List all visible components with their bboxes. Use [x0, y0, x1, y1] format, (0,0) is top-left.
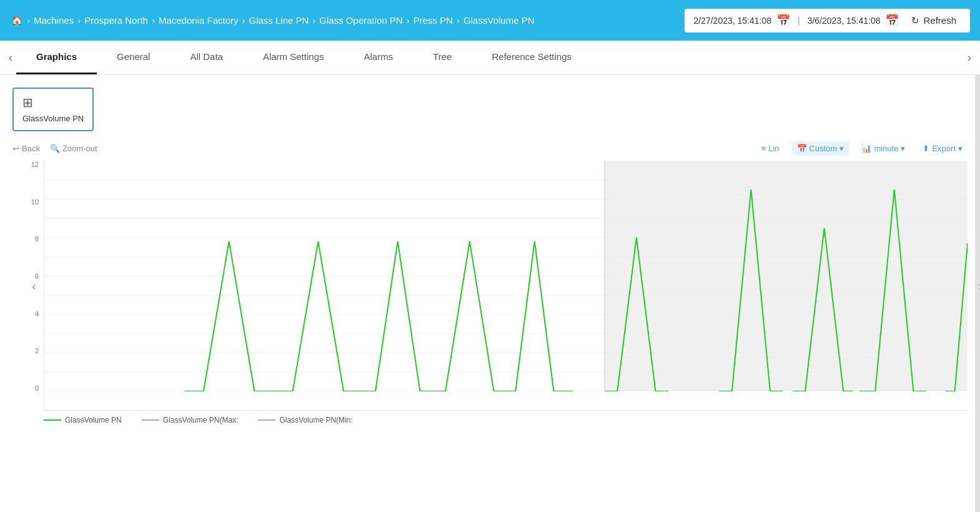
breadcrumb-prospera[interactable]: Prospera North: [84, 15, 148, 26]
refresh-icon: ↻: [911, 15, 919, 26]
export-dropdown-icon: ▾: [958, 144, 963, 153]
chart-legend: GlassVolume PN GlassVolume PN(Max: Glass…: [12, 416, 968, 424]
chart-svg: 13:20 13:25 13:30 13:35 13:40 13:45 13:5…: [44, 161, 968, 391]
tab-graphics[interactable]: Graphics: [16, 41, 97, 74]
tab-scroll-right[interactable]: ›: [964, 51, 975, 64]
tab-reference-settings[interactable]: Reference Settings: [472, 41, 591, 74]
zoom-out-button[interactable]: 🔍 Zoom-out: [50, 144, 97, 153]
right-scrollbar[interactable]: [975, 75, 980, 512]
breadcrumb-glassline[interactable]: Glass Line PN: [249, 15, 309, 26]
y-label-12: 12: [31, 161, 39, 168]
date-start[interactable]: 2/27/2023, 15:41:08 📅: [693, 14, 790, 28]
calendar-start-icon[interactable]: 📅: [776, 14, 790, 28]
minute-label: minute: [874, 144, 898, 153]
legend-line-main: [44, 419, 61, 421]
export-button[interactable]: ⬆ Export ▾: [918, 141, 968, 156]
date-end[interactable]: 3/6/2023, 15:41:08 📅: [808, 14, 899, 28]
home-icon[interactable]: 🏠: [11, 15, 23, 26]
tabs-list: Graphics General All Data Alarm Settings…: [16, 41, 964, 74]
tab-general[interactable]: General: [97, 41, 170, 74]
custom-label: Custom: [809, 144, 838, 153]
tab-alarms[interactable]: Alarms: [344, 41, 413, 74]
breadcrumb-glassvolume[interactable]: GlassVolume PN: [463, 15, 534, 26]
minute-button[interactable]: 📊 minute ▾: [856, 141, 910, 156]
y-label-8: 8: [35, 235, 39, 243]
lin-label: Lin: [768, 144, 779, 153]
legend-item-min: GlassVolume PN(Min:: [258, 416, 352, 424]
custom-icon: 📅: [797, 144, 807, 153]
legend-label-min: GlassVolume PN(Min:: [279, 416, 352, 424]
legend-line-min: [258, 419, 275, 421]
custom-dropdown-icon: ▾: [839, 144, 844, 153]
export-label: Export: [932, 144, 956, 153]
legend-item-main: GlassVolume PN: [44, 416, 122, 424]
y-label-10: 10: [31, 198, 39, 206]
custom-button[interactable]: 📅 Custom ▾: [792, 141, 849, 156]
glassvolume-icon: ⊞: [22, 95, 84, 110]
zoom-out-icon: 🔍: [50, 144, 60, 153]
date-start-value: 2/27/2023, 15:41:08: [693, 16, 771, 26]
export-icon: ⬆: [923, 144, 929, 153]
y-label-2: 2: [35, 347, 39, 354]
breadcrumb: 🏠 › Machines › Prospera North › Macedoni…: [10, 15, 685, 26]
date-end-value: 3/6/2023, 15:41:08: [808, 16, 881, 26]
back-label: Back: [22, 144, 40, 153]
tab-tree[interactable]: Tree: [413, 41, 472, 74]
glassvolume-box: ⊞ GlassVolume PN: [12, 88, 94, 131]
minute-icon: 📊: [861, 144, 871, 153]
refresh-label: Refresh: [923, 15, 956, 26]
refresh-button[interactable]: ↻ Refresh: [906, 13, 961, 29]
tab-scroll-left[interactable]: ‹: [5, 51, 16, 64]
legend-line-max: [142, 419, 159, 421]
legend-label-max: GlassVolume PN(Max:: [163, 416, 239, 424]
chart-controls: ↩ Back 🔍 Zoom-out ≡ Lin 📅 Custom ▾ 📊 min…: [12, 141, 968, 156]
zoom-out-label: Zoom-out: [62, 144, 97, 153]
back-icon: ↩: [12, 144, 19, 153]
breadcrumb-press[interactable]: Press PN: [413, 15, 453, 26]
main-content: ⊞ GlassVolume PN ↩ Back 🔍 Zoom-out ≡ Lin…: [0, 75, 980, 512]
chart-nav-left[interactable]: ‹: [32, 278, 36, 293]
legend-label-main: GlassVolume PN: [65, 416, 122, 424]
chart-area[interactable]: ‹ ›: [44, 161, 968, 411]
date-range: 2/27/2023, 15:41:08 📅 | 3/6/2023, 15:41:…: [685, 9, 970, 33]
glassvolume-label: GlassVolume PN: [22, 114, 84, 123]
minute-dropdown-icon: ▾: [901, 144, 905, 153]
tab-alldata[interactable]: All Data: [170, 41, 243, 74]
chart-controls-left: ↩ Back 🔍 Zoom-out: [12, 144, 97, 153]
back-button[interactable]: ↩ Back: [12, 144, 40, 153]
legend-item-max: GlassVolume PN(Max:: [142, 416, 239, 424]
lin-button[interactable]: ≡ Lin: [756, 141, 784, 156]
calendar-end-icon[interactable]: 📅: [885, 14, 899, 28]
chart-wrapper: 12 10 8 6 4 2 0 ‹ ›: [12, 161, 968, 411]
breadcrumb-machines[interactable]: Machines: [34, 15, 74, 26]
y-label-0: 0: [35, 384, 39, 392]
breadcrumb-factory[interactable]: Macedonia Factory: [159, 15, 239, 26]
tabs-container: ‹ Graphics General All Data Alarm Settin…: [0, 41, 980, 75]
y-label-4: 4: [35, 310, 39, 318]
chart-controls-right: ≡ Lin 📅 Custom ▾ 📊 minute ▾ ⬆ Export ▾: [756, 141, 968, 156]
breadcrumb-glassop[interactable]: Glass Operation PN: [319, 15, 402, 26]
tab-alarm-settings[interactable]: Alarm Settings: [243, 41, 344, 74]
lin-icon: ≡: [761, 144, 766, 153]
top-bar: 🏠 › Machines › Prospera North › Macedoni…: [0, 0, 980, 41]
y-axis: 12 10 8 6 4 2 0: [12, 161, 44, 411]
